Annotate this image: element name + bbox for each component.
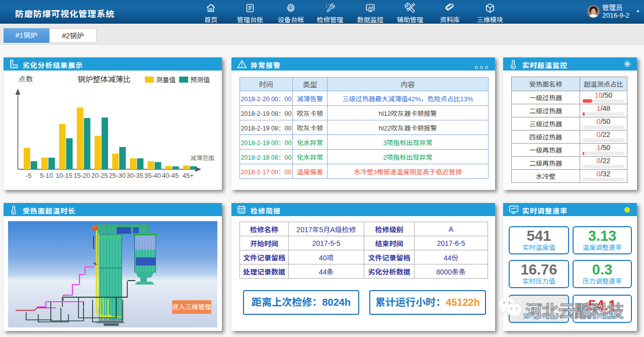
svg-text:-5: -5 bbox=[26, 172, 32, 179]
svg-text:预测值: 预测值 bbox=[190, 76, 210, 84]
svg-text:减薄范围: 减薄范围 bbox=[190, 155, 214, 162]
svg-text:25-30: 25-30 bbox=[109, 172, 125, 179]
svg-text:测量值: 测量值 bbox=[156, 76, 176, 84]
svg-text:30-35: 30-35 bbox=[127, 172, 143, 179]
svg-text:点数: 点数 bbox=[19, 75, 33, 83]
svg-text:10-15: 10-15 bbox=[56, 172, 72, 179]
svg-text:5-10: 5-10 bbox=[40, 172, 53, 179]
svg-text:20-25: 20-25 bbox=[91, 172, 108, 179]
svg-text:锅炉整体减薄比: 锅炉整体减薄比 bbox=[77, 75, 130, 84]
svg-text:40-45: 40-45 bbox=[162, 172, 179, 179]
svg-text:15-20: 15-20 bbox=[73, 172, 90, 179]
svg-text:45+: 45+ bbox=[183, 172, 194, 179]
svg-text:35-40: 35-40 bbox=[144, 172, 161, 179]
